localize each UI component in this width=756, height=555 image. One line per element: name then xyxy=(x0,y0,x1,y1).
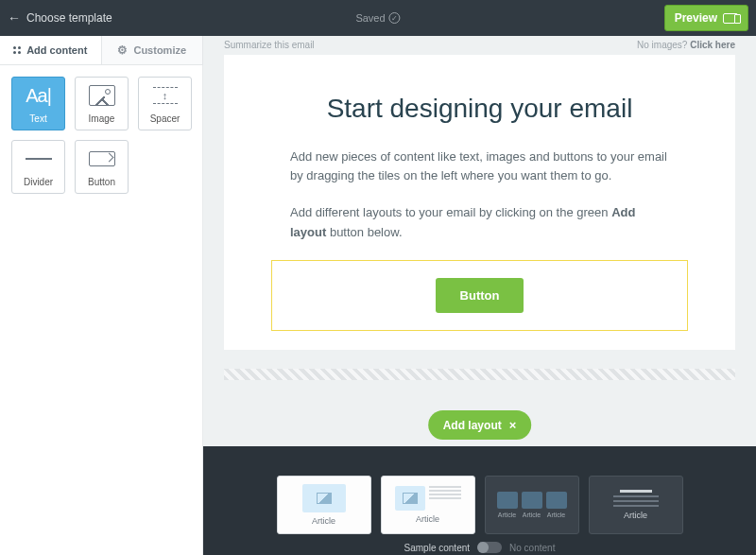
tile-label: Image xyxy=(89,113,115,124)
add-layout-label: Add layout xyxy=(443,419,502,432)
thumbnail-icon xyxy=(546,492,567,509)
devices-icon xyxy=(723,13,738,24)
button-block-selected[interactable]: Button xyxy=(271,260,688,331)
tab-add-content[interactable]: Add content xyxy=(0,36,102,64)
content-tiles-panel: Aa Text Image Spacer Divider Button xyxy=(0,65,203,555)
tile-spacer[interactable]: Spacer xyxy=(138,77,192,130)
thumbnail-icon xyxy=(395,486,425,511)
layout-option-article-columns[interactable]: Article Article Article xyxy=(485,476,579,534)
text-icon: Aa xyxy=(26,85,51,107)
layout-option-article-text[interactable]: Article xyxy=(589,476,683,534)
button-icon xyxy=(89,151,115,166)
no-images-hint: No images? Click here xyxy=(637,40,735,55)
back-label: Choose template xyxy=(26,11,112,25)
preview-button[interactable]: Preview xyxy=(664,5,748,31)
tile-grid: Aa Text Image Spacer Divider Button xyxy=(11,77,191,194)
saved-label: Saved xyxy=(355,12,385,24)
back-button[interactable]: ← Choose template xyxy=(8,10,112,26)
email-paragraph[interactable]: Add new pieces of content like text, ima… xyxy=(290,147,669,187)
tile-label: Spacer xyxy=(150,113,180,124)
tile-button[interactable]: Button xyxy=(75,140,129,194)
top-bar: ← Choose template Saved ✓ Preview xyxy=(0,0,756,36)
layout-label: Article xyxy=(416,514,439,524)
layout-label: Article xyxy=(312,516,335,526)
spacer-icon xyxy=(153,87,178,104)
layout-picker: Article Article Article Article Article … xyxy=(203,446,756,555)
email-paragraph[interactable]: Add different layouts to your email by c… xyxy=(290,203,669,243)
layout-option-article-side[interactable]: Article xyxy=(381,476,475,534)
text-lines-icon xyxy=(613,490,659,507)
gear-icon: ⚙ xyxy=(117,43,128,57)
tab-customize[interactable]: ⚙ Customize xyxy=(102,36,204,64)
layout-label: Article xyxy=(624,511,647,520)
email-editor: Summarize this email No images? Click he… xyxy=(203,36,756,555)
summary-link[interactable]: Summarize this email xyxy=(224,40,315,55)
saved-status: Saved ✓ xyxy=(355,12,400,24)
preview-label: Preview xyxy=(675,11,717,25)
email-title[interactable]: Start designing your email xyxy=(252,93,707,125)
toggle-label-on[interactable]: Sample content xyxy=(404,543,471,553)
image-icon xyxy=(89,85,115,106)
divider-icon xyxy=(26,158,52,160)
sidebar-tabs: Add content ⚙ Customize xyxy=(0,36,203,65)
tile-image[interactable]: Image xyxy=(75,77,129,130)
click-here-link[interactable]: Click here xyxy=(690,40,735,50)
grid-icon xyxy=(13,46,21,54)
tile-divider[interactable]: Divider xyxy=(11,140,65,194)
tile-label: Divider xyxy=(24,177,53,187)
tab-label: Customize xyxy=(133,44,186,56)
thumbnail-icon xyxy=(497,492,518,509)
tile-text[interactable]: Aa Text xyxy=(11,77,65,130)
check-icon: ✓ xyxy=(389,12,401,24)
tab-label: Add content xyxy=(26,44,87,56)
toggle-label-off[interactable]: No content xyxy=(509,543,555,553)
arrow-left-icon: ← xyxy=(8,10,21,26)
thumbnail-icon xyxy=(522,492,542,509)
dropzone[interactable] xyxy=(224,369,735,380)
tile-label: Button xyxy=(88,177,115,187)
email-canvas[interactable]: Start designing your email Add new piece… xyxy=(224,55,735,350)
toggle-switch[interactable] xyxy=(477,542,502,553)
close-icon[interactable]: × xyxy=(509,418,517,432)
content-mode-toggle: Sample content No content xyxy=(404,542,556,553)
lines-icon xyxy=(429,486,461,499)
layout-option-article-single[interactable]: Article xyxy=(277,476,371,534)
thumbnail-icon xyxy=(302,484,346,512)
canvas-header: Summarize this email No images? Click he… xyxy=(203,36,756,55)
add-layout-button[interactable]: Add layout × xyxy=(428,410,532,440)
tile-label: Text xyxy=(29,113,46,124)
email-button[interactable]: Button xyxy=(436,278,524,313)
